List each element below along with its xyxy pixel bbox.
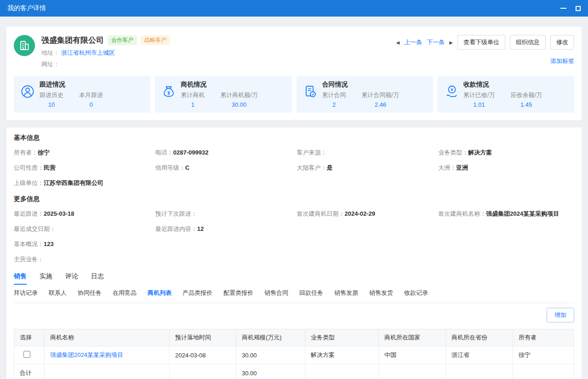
prev-arrow-icon[interactable]: ◀ xyxy=(396,40,400,45)
cell-opportunity-name: 强盛集团2024某某采购项目 xyxy=(45,346,170,364)
company-name: 强盛集团有限公司 xyxy=(41,35,104,46)
add-tag-link[interactable]: 添加标签 xyxy=(550,57,574,64)
field-mainland-customer: 大陆客户：是 xyxy=(297,163,433,172)
stat-label: 本月跟进 xyxy=(79,91,103,99)
modify-button[interactable]: 修改 xyxy=(550,35,574,50)
subtab-sales-contracts[interactable]: 销售合同 xyxy=(264,289,288,297)
stat-label: 跟进历史 xyxy=(40,91,63,99)
org-info-button[interactable]: 组织信息 xyxy=(510,35,546,50)
subtab-receipt-records[interactable]: 收款记录 xyxy=(404,289,428,297)
add-button[interactable]: 增加 xyxy=(547,308,574,322)
subtab-sales-invoices[interactable]: 销售发票 xyxy=(334,289,358,297)
col-header-business-type: 业务类型 xyxy=(305,329,379,346)
basic-info-section: 基本信息 所有者：徐宁 电话：0287-099932 客户来源： 业务类型：解决… xyxy=(14,134,574,188)
field-credit-rating: 信用等级：C xyxy=(155,163,291,172)
money-bag-icon: ¥ xyxy=(161,84,176,100)
subtab-product-quotes[interactable]: 产品类报价 xyxy=(183,289,212,297)
field-value: 强盛集团2024某某采购项目 xyxy=(486,210,559,217)
main-tabs: 销售 实施 评论 日志 xyxy=(14,272,574,285)
field-label: 客户来源： xyxy=(297,149,327,156)
stat-value: 30.00 xyxy=(220,101,258,108)
table-toolbar: 增加 xyxy=(14,308,574,322)
subtab-visit-records[interactable]: 拜访记录 xyxy=(14,289,38,297)
stat-value: 10 xyxy=(40,101,63,108)
stat-title: 跟进情况 xyxy=(40,80,119,89)
subtab-competitors-in-use[interactable]: 在用竞品 xyxy=(113,289,137,297)
empty-cell xyxy=(45,364,170,379)
col-header-opportunity-name: 商机名称 xyxy=(45,329,170,346)
stat-title: 收款情况 xyxy=(463,80,558,89)
stat-value: 0 xyxy=(79,101,103,108)
next-arrow-icon[interactable]: ▶ xyxy=(449,40,453,45)
tab-comments[interactable]: 评论 xyxy=(65,272,78,285)
field-value: 0287-099932 xyxy=(173,149,209,156)
total-scale: 30.00 xyxy=(236,364,305,379)
field-label: 首次建商机名称： xyxy=(438,210,486,217)
stat-label: 应收余额/万 xyxy=(510,91,542,99)
cell-country: 中国 xyxy=(379,346,446,364)
opportunity-name-link[interactable]: 强盛集团2024某某采购项目 xyxy=(50,351,123,358)
field-label: 大陆客户： xyxy=(297,164,327,171)
subtab-opportunity-list[interactable]: 商机列表 xyxy=(148,289,171,297)
empty-cell xyxy=(379,364,446,379)
col-header-select: 选择 xyxy=(14,329,45,346)
field-label: 电话： xyxy=(155,149,173,156)
tab-logs[interactable]: 日志 xyxy=(91,272,104,285)
window-titlebar: 我的客户详情 xyxy=(0,0,588,17)
field-label: 最近跟进内容： xyxy=(155,225,197,232)
view-sub-units-button[interactable]: 查看下级单位 xyxy=(457,35,505,50)
subtab-contacts[interactable]: 联系人 xyxy=(49,289,67,297)
stat-value: 1 xyxy=(181,101,205,108)
header-actions: ◀ 上一条 下一条 ▶ 查看下级单位 组织信息 修改 添加标签 xyxy=(396,35,574,65)
minimize-icon[interactable] xyxy=(560,8,566,9)
field-value: 是 xyxy=(327,164,333,171)
maximize-icon[interactable] xyxy=(576,6,581,11)
svg-text:¥: ¥ xyxy=(167,91,170,96)
field-value: 徐宁 xyxy=(38,149,50,156)
col-header-province: 商机所在省份 xyxy=(446,329,513,346)
subtab-collab-tasks[interactable]: 协同任务 xyxy=(78,289,102,297)
next-record-link[interactable]: 下一条 xyxy=(427,38,445,46)
stat-label: 累计合同 xyxy=(322,91,346,99)
stat-value: 2 xyxy=(322,101,346,108)
field-value: 亚洲 xyxy=(456,164,468,171)
svg-text:¥: ¥ xyxy=(451,87,453,92)
cell-scale: 30.00 xyxy=(236,346,305,364)
field-value: C xyxy=(185,164,189,171)
stat-label: 累计商机 xyxy=(181,91,205,99)
field-label: 最近跟进： xyxy=(14,210,44,217)
field-value: 2025-03-18 xyxy=(44,210,74,217)
stat-value: 2.46 xyxy=(362,101,400,108)
empty-cell xyxy=(513,364,574,379)
customer-header-card: 强盛集团有限公司 合作客户 战略客户 地址： 浙江省杭州市上城区 网址： xyxy=(6,27,582,120)
subtab-sales-shipments[interactable]: 销售发货 xyxy=(369,289,393,297)
empty-cell xyxy=(305,364,379,379)
select-cell xyxy=(14,346,45,364)
total-row: 合计 30.00 xyxy=(14,364,574,379)
subtab-config-quotes[interactable]: 配置类报价 xyxy=(223,289,253,297)
field-value: 民营 xyxy=(44,164,56,171)
cell-business-type: 解决方案 xyxy=(305,346,379,364)
row-checkbox[interactable] xyxy=(23,351,30,358)
tab-sales[interactable]: 销售 xyxy=(14,272,27,285)
subtab-payment-collection-tasks[interactable]: 回款任务 xyxy=(299,289,323,297)
field-first-opportunity-date: 首次建商机日期：2024-02-29 xyxy=(297,209,433,218)
tag-cooperation-customer: 合作客户 xyxy=(108,35,137,45)
field-label: 首次建商机日期： xyxy=(297,210,345,217)
field-label: 基本概况： xyxy=(14,241,44,247)
stat-card-follow-up: 跟进情况 跟进历史 10 本月跟进 0 xyxy=(14,76,150,113)
field-first-opportunity-name: 首次建商机名称：强盛集团2024某某采购项目 xyxy=(438,209,574,218)
total-label: 合计 xyxy=(14,364,45,379)
field-owner: 所有者：徐宁 xyxy=(14,148,150,157)
company-avatar xyxy=(14,35,35,56)
cell-expected-date: 2024-03-08 xyxy=(170,346,236,364)
tab-implementation[interactable]: 实施 xyxy=(40,272,52,285)
address-link[interactable]: 浙江省杭州市上城区 xyxy=(61,49,115,56)
field-label: 信用等级： xyxy=(155,164,185,171)
empty-cell xyxy=(170,364,236,379)
field-business-type: 业务类型：解决方案 xyxy=(438,148,574,157)
empty-cell xyxy=(446,364,513,379)
prev-record-link[interactable]: 上一条 xyxy=(404,38,422,46)
tag-strategic-customer: 战略客户 xyxy=(141,35,170,45)
stat-card-contract: 合同情况 累计合同 2 累计合同额/万 2.46 xyxy=(297,76,433,113)
